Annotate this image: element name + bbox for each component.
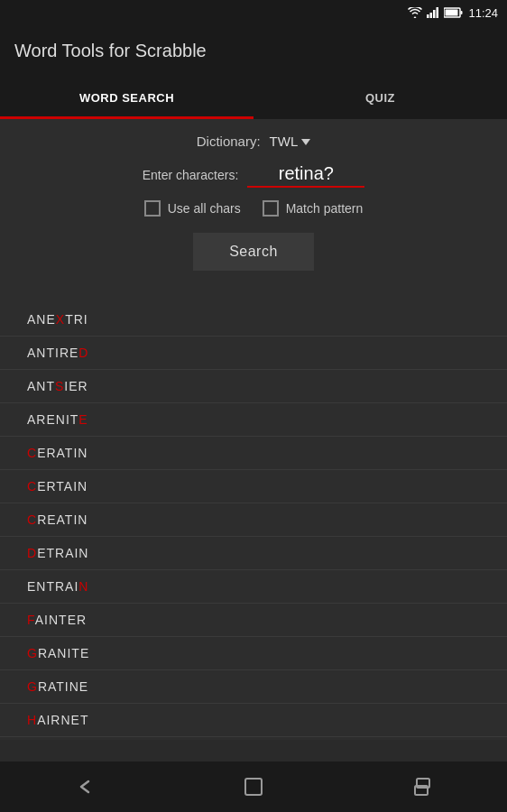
app-title: Word Tools for Scrabble xyxy=(14,41,207,61)
dropdown-arrow-icon xyxy=(301,139,310,145)
svg-rect-2 xyxy=(433,10,436,18)
tab-quiz[interactable]: QUIZ xyxy=(254,76,507,119)
match-pattern-option[interactable]: Match pattern xyxy=(263,200,364,217)
options-row: Use all chars Match pattern xyxy=(14,200,493,217)
svg-rect-3 xyxy=(437,7,439,18)
nav-recents-button[interactable] xyxy=(395,769,449,805)
app-bar: Word Tools for Scrabble xyxy=(0,25,507,76)
list-item[interactable]: CERTAIN xyxy=(0,470,507,503)
characters-input[interactable] xyxy=(247,161,364,188)
signal-icon xyxy=(427,7,439,18)
tabs: WORD SEARCH QUIZ xyxy=(0,76,507,119)
list-item[interactable]: DETRAIN xyxy=(0,537,507,570)
list-item[interactable]: HAIRNET xyxy=(0,704,507,737)
nav-back-button[interactable] xyxy=(58,769,112,805)
list-item[interactable]: ARENITE xyxy=(0,403,507,437)
status-bar: 11:24 xyxy=(0,0,507,25)
list-item[interactable]: GRANITE xyxy=(0,637,507,670)
home-icon xyxy=(241,774,266,799)
list-item[interactable]: ANTSIER xyxy=(0,370,507,403)
recents-icon xyxy=(410,774,435,799)
use-all-chars-label: Use all chars xyxy=(168,201,241,216)
search-button[interactable]: Search xyxy=(193,233,314,271)
back-icon xyxy=(72,774,97,799)
status-time: 11:24 xyxy=(468,6,498,20)
match-pattern-checkbox[interactable] xyxy=(263,200,279,217)
characters-row: Enter characters: xyxy=(14,161,493,188)
match-pattern-label: Match pattern xyxy=(286,201,364,216)
list-item[interactable]: CERATIN xyxy=(0,437,507,470)
svg-rect-0 xyxy=(427,14,429,18)
status-icons: 11:24 xyxy=(408,6,498,20)
dictionary-value: TWL xyxy=(270,134,299,149)
list-item[interactable]: ANEXTRI xyxy=(0,303,507,337)
list-item[interactable]: INEARTH xyxy=(0,737,507,740)
characters-label: Enter characters: xyxy=(143,168,239,182)
search-button-row: Search xyxy=(14,233,493,271)
svg-rect-5 xyxy=(461,11,463,14)
wifi-icon xyxy=(408,7,422,18)
battery-icon xyxy=(444,7,464,18)
use-all-chars-checkbox[interactable] xyxy=(144,200,161,217)
nav-bar xyxy=(0,761,507,812)
svg-rect-6 xyxy=(446,10,458,16)
dictionary-label: Dictionary: xyxy=(197,134,261,149)
svg-rect-7 xyxy=(245,779,262,795)
results-list: ANEXTRI ANTIRED ANTSIER ARENITE CERATIN … xyxy=(0,303,507,740)
list-item[interactable]: FAINTER xyxy=(0,604,507,637)
svg-rect-1 xyxy=(430,13,433,18)
nav-home-button[interactable] xyxy=(226,769,281,805)
list-item[interactable]: ANTIRED xyxy=(0,337,507,370)
list-item[interactable]: GRATINE xyxy=(0,670,507,704)
list-item[interactable]: ENTRAIN xyxy=(0,570,507,604)
use-all-chars-option[interactable]: Use all chars xyxy=(144,200,241,217)
dictionary-select[interactable]: TWL xyxy=(270,134,311,149)
tab-word-search[interactable]: WORD SEARCH xyxy=(0,76,254,119)
list-item[interactable]: CREATIN xyxy=(0,503,507,537)
content-area: Dictionary: TWL Enter characters: Use al… xyxy=(0,119,507,303)
dictionary-row: Dictionary: TWL xyxy=(14,134,493,149)
